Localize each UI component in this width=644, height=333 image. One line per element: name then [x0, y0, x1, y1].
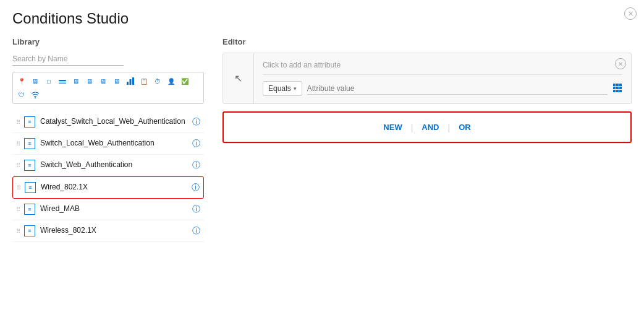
list-item[interactable]: ⠿ ≡ Switch_Local_Web_Authentication ⓘ — [12, 133, 204, 155]
svg-rect-15 — [619, 90, 622, 92]
svg-rect-11 — [616, 87, 619, 89]
info-icon[interactable]: ⓘ — [192, 160, 200, 171]
page-container: ✕ Conditions Studio Library 📍 🖥 □ — [0, 0, 644, 333]
or-button[interactable]: OR — [456, 121, 473, 133]
editor-label: Editor — [222, 37, 632, 46]
svg-rect-5 — [132, 77, 134, 85]
drag-handle-icon: ⠿ — [17, 184, 21, 191]
new-button[interactable]: NEW — [381, 121, 404, 133]
desktop-icon[interactable]: 🖥 — [83, 75, 96, 87]
attribute-placeholder[interactable]: Click to add an attribute — [263, 61, 622, 75]
chart-icon[interactable] — [124, 75, 137, 87]
check-circle-icon[interactable]: ✅ — [179, 75, 191, 87]
display2-icon[interactable]: 🖥 — [111, 75, 123, 87]
info-icon[interactable]: ⓘ — [192, 182, 200, 193]
clock-icon[interactable]: ⏱ — [151, 75, 164, 87]
drag-handle-icon: ⠿ — [16, 141, 20, 147]
close-icon: ✕ — [618, 61, 623, 67]
info-icon[interactable]: ⓘ — [192, 138, 200, 149]
network-icon[interactable] — [56, 75, 69, 87]
device-icon[interactable]: 🖥 — [29, 75, 41, 87]
drag-handle-icon: ⠿ — [16, 162, 20, 169]
location-icon[interactable]: 📍 — [15, 75, 28, 87]
item-name: Catalyst_Switch_Local_Web_Authentication — [40, 117, 189, 127]
top-close-button[interactable]: ✕ — [624, 7, 637, 20]
editor-left-col: ↖ — [223, 53, 254, 103]
grid-icon[interactable] — [612, 83, 622, 95]
monitor-icon[interactable]: 🖥 — [70, 75, 82, 87]
svg-rect-4 — [130, 79, 132, 85]
and-button[interactable]: AND — [419, 121, 441, 133]
main-layout: Library 📍 🖥 □ 🖥 🖥 🖥 🖥 — [12, 37, 632, 242]
equals-label: Equals — [268, 84, 291, 93]
svg-rect-3 — [127, 82, 129, 85]
shield-icon[interactable]: 🛡 — [15, 89, 28, 101]
svg-rect-0 — [59, 80, 66, 81]
item-doc-icon: ≡ — [24, 225, 35, 236]
editor-row: ↖ Click to add an attribute Equals ▾ — [223, 53, 631, 103]
drag-handle-icon: ⠿ — [16, 119, 20, 126]
svg-rect-12 — [619, 87, 622, 89]
svg-rect-8 — [616, 84, 619, 86]
item-doc-icon: ≡ — [24, 116, 35, 128]
item-name: Wireless_802.1X — [40, 226, 189, 236]
svg-point-6 — [35, 97, 36, 98]
page-title: Conditions Studio — [12, 10, 632, 27]
editor-panel: Editor ✕ ↖ Click to add an attribute Equ… — [222, 37, 632, 242]
item-name: Switch_Local_Web_Authentication — [40, 139, 189, 149]
info-icon[interactable]: ⓘ — [192, 204, 200, 215]
editor-controls: Equals ▾ — [263, 81, 622, 96]
svg-rect-1 — [59, 82, 66, 82]
person-icon[interactable]: 👤 — [165, 75, 177, 87]
item-doc-icon: ≡ — [24, 138, 35, 149]
library-label: Library — [12, 37, 204, 46]
editor-content: Click to add an attribute Equals ▾ — [254, 53, 631, 103]
display-icon[interactable]: 🖥 — [97, 75, 109, 87]
svg-rect-2 — [59, 84, 66, 84]
icon-toolbar: 📍 🖥 □ 🖥 🖥 🖥 🖥 — [12, 72, 204, 104]
equals-select[interactable]: Equals ▾ — [263, 81, 302, 96]
drag-handle-icon: ⠿ — [16, 228, 20, 235]
list-item[interactable]: ⠿ ≡ Wireless_802.1X ⓘ — [12, 220, 204, 242]
action-bar: NEW | AND | OR — [222, 111, 632, 143]
svg-rect-13 — [613, 90, 616, 92]
svg-rect-10 — [613, 87, 616, 89]
chevron-down-icon: ▾ — [294, 85, 297, 92]
close-icon: ✕ — [628, 10, 633, 18]
library-panel: Library 📍 🖥 □ 🖥 🖥 🖥 🖥 — [12, 37, 204, 242]
library-list: ⠿ ≡ Catalyst_Switch_Local_Web_Authentica… — [12, 111, 204, 242]
editor-block: ✕ ↖ Click to add an attribute Equals ▾ — [222, 53, 632, 104]
square-icon[interactable]: □ — [43, 75, 55, 87]
list-item[interactable]: ⠿ ≡ Wired_MAB ⓘ — [12, 199, 204, 220]
list-item[interactable]: ⠿ ≡ Switch_Web_Authentication ⓘ — [12, 155, 204, 176]
cursor-icon: ↖ — [234, 72, 242, 84]
svg-rect-9 — [619, 84, 622, 86]
info-icon[interactable]: ⓘ — [192, 116, 200, 128]
action-divider: | — [448, 123, 451, 132]
wifi-icon[interactable] — [29, 89, 41, 101]
editor-close-button[interactable]: ✕ — [615, 58, 626, 69]
drag-handle-icon: ⠿ — [16, 206, 20, 213]
item-name: Wired_MAB — [40, 204, 189, 214]
svg-rect-14 — [616, 90, 619, 92]
svg-rect-7 — [613, 84, 616, 86]
item-name: Switch_Web_Authentication — [40, 160, 189, 170]
item-name: Wired_802.1X — [41, 183, 188, 192]
action-divider: | — [411, 123, 413, 132]
list-item[interactable]: ⠿ ≡ Catalyst_Switch_Local_Web_Authentica… — [12, 111, 204, 133]
info-icon[interactable]: ⓘ — [192, 225, 200, 236]
attribute-value-input[interactable] — [307, 83, 608, 95]
list-item-selected[interactable]: ⠿ ≡ Wired_802.1X ⓘ — [12, 176, 204, 199]
item-doc-icon: ≡ — [24, 204, 35, 215]
item-doc-icon: ≡ — [25, 182, 36, 193]
search-input[interactable] — [12, 53, 124, 66]
item-doc-icon: ≡ — [24, 160, 35, 171]
doc-icon[interactable]: 📋 — [138, 75, 150, 87]
